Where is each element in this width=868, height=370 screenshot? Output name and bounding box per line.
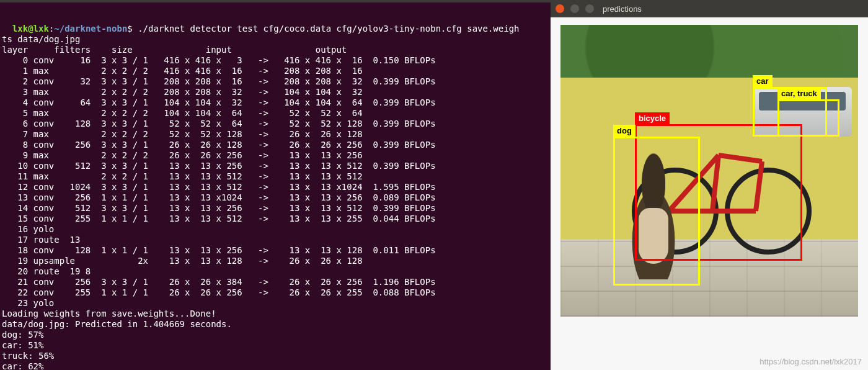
layer-row: 6 conv 128 3 x 3 / 1 52 x 52 x 64 -> 52 … [2, 119, 436, 129]
bbox-label-car-truck: car, truck [777, 88, 821, 99]
window-titlebar[interactable]: predictions [551, 0, 868, 17]
image-viewer-window: predictions [551, 0, 868, 370]
maximize-icon[interactable] [585, 4, 594, 13]
footer-line: data/dog.jpg: Predicted in 1.404669 seco… [2, 319, 232, 329]
layer-row: 1 max 2 x 2 / 2 416 x 416 x 16 -> 208 x … [2, 66, 363, 76]
layer-row: 8 conv 256 3 x 3 / 1 26 x 26 x 128 -> 26… [2, 140, 436, 150]
layer-row: 17 route 13 [2, 235, 80, 245]
layer-row: 21 conv 256 3 x 3 / 1 26 x 26 x 384 -> 2… [2, 277, 436, 287]
bbox-label-car: car [753, 75, 773, 87]
layer-row: 19 upsample 2x 13 x 13 x 128 -> 26 x 26 … [2, 256, 363, 266]
terminal-titlebar [0, 0, 551, 2]
layer-row: 4 conv 64 3 x 3 / 1 104 x 104 x 32 -> 10… [2, 97, 436, 107]
layer-row: 13 conv 256 1 x 1 / 1 13 x 13 x1024 -> 1… [2, 192, 436, 202]
layer-row: 9 max 2 x 2 / 2 26 x 26 x 256 -> 13 x 13… [2, 150, 363, 160]
layer-row: 14 conv 512 3 x 3 / 1 13 x 13 x 256 -> 1… [2, 203, 436, 213]
image-viewer-canvas: bicycle dog car car, truck https://blog.… [551, 17, 868, 370]
bbox-car-truck: car, truck [777, 99, 839, 137]
layer-row: 0 conv 16 3 x 3 / 1 416 x 416 x 3 -> 416… [2, 55, 436, 65]
layer-row: 11 max 2 x 2 / 1 13 x 13 x 512 -> 13 x 1… [2, 171, 363, 181]
bbox-label-dog: dog [613, 125, 636, 137]
window-title: predictions [603, 4, 642, 14]
layer-row: 5 max 2 x 2 / 2 104 x 104 x 64 -> 52 x 5… [2, 108, 363, 118]
command-line-1: ./darknet detector test cfg/coco.data cf… [133, 24, 520, 34]
footer-line: car: 51% [2, 340, 43, 350]
layer-row: 18 conv 128 1 x 1 / 1 13 x 13 x 256 -> 1… [2, 245, 436, 255]
command-line-2: ts data/dog.jpg [2, 34, 80, 44]
bbox-dog: dog [613, 137, 700, 286]
layer-row: 23 yolo [2, 298, 54, 308]
layer-row: 22 conv 255 1 x 1 / 1 26 x 26 x 256 -> 2… [2, 287, 436, 297]
layer-row: 20 route 19 8 [2, 266, 91, 276]
prompt-dollar: $ [127, 24, 132, 34]
prompt-path: ~/darknet-nobn [54, 24, 127, 34]
layer-row: 10 conv 512 3 x 3 / 1 13 x 13 x 256 -> 1… [2, 161, 436, 171]
footer-line: dog: 57% [2, 330, 43, 340]
predictions-image: bicycle dog car car, truck [560, 25, 858, 317]
layer-row: 3 max 2 x 2 / 2 208 x 208 x 32 -> 104 x … [2, 87, 363, 97]
layer-row: 16 yolo [2, 224, 54, 234]
footer-line: car: 62% [2, 361, 43, 370]
prompt-user-host: lxk@lxk [12, 24, 49, 34]
terminal-window[interactable]: lxk@lxk:~/darknet-nobn$ ./darknet detect… [0, 0, 551, 370]
scene-trees [560, 25, 858, 81]
layer-row: 7 max 2 x 2 / 2 52 x 52 x 128 -> 26 x 26… [2, 129, 363, 139]
footer-line: truck: 56% [2, 351, 54, 361]
watermark-text: https://blog.csdn.net/lxk2017 [760, 357, 862, 366]
layer-row: 2 conv 32 3 x 3 / 1 208 x 208 x 16 -> 20… [2, 76, 436, 86]
bbox-label-bicycle: bicycle [635, 112, 670, 124]
layer-row: 15 conv 255 1 x 1 / 1 13 x 13 x 512 -> 1… [2, 214, 436, 223]
close-icon[interactable] [556, 4, 564, 13]
layer-table-header: layer filters size input output [2, 45, 347, 55]
minimize-icon[interactable] [570, 4, 579, 13]
footer-line: Loading weights from save.weights...Done… [2, 309, 216, 318]
layer-row: 12 conv 1024 3 x 3 / 1 13 x 13 x 512 -> … [2, 182, 436, 192]
